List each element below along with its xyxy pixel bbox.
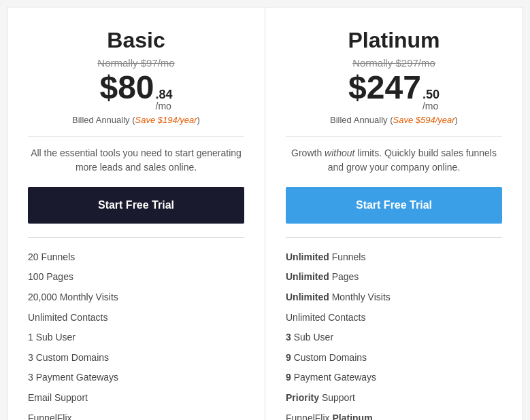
basic-normal-price: Normally $97/mo — [28, 57, 244, 69]
list-item: Unlimited Monthly Visits — [286, 287, 502, 308]
list-item: 20,000 Monthly Visits — [28, 287, 244, 308]
list-item: Unlimited Contacts — [286, 308, 502, 328]
list-item: 9 Payment Gateways — [286, 368, 502, 388]
platinum-trial-button[interactable]: Start Free Trial — [286, 187, 502, 224]
basic-description: All the essential tools you need to star… — [28, 146, 244, 175]
platinum-normal-price: Normally $297/mo — [286, 57, 502, 69]
basic-features-list: 20 Funnels 100 Pages 20,000 Monthly Visi… — [28, 247, 244, 420]
basic-plan-card: Basic Normally $97/mo $80 .84 /mo Billed… — [7, 7, 265, 420]
list-item: 9 Custom Domains — [286, 348, 502, 368]
list-item: Priority Support — [286, 388, 502, 408]
list-item: Unlimited Funnels — [286, 247, 502, 268]
platinum-price-cents: .50 — [423, 88, 440, 101]
platinum-price-row: $247 .50 /mo — [286, 71, 502, 112]
basic-price-detail: .84 /mo — [156, 88, 173, 112]
list-item: Unlimited Pages — [286, 267, 502, 287]
platinum-features-list: Unlimited Funnels Unlimited Pages Unlimi… — [286, 247, 502, 420]
basic-price-mo: /mo — [156, 101, 171, 112]
platinum-price-detail: .50 /mo — [423, 88, 440, 112]
list-item: FunnelFlix Platinum — [286, 408, 502, 420]
list-item: 3 Custom Domains — [28, 348, 244, 368]
platinum-divider-1 — [286, 136, 502, 137]
list-item: FunnelFlix — [28, 408, 244, 420]
basic-billed-annually: Billed Annually (Save $194/year) — [28, 115, 244, 125]
list-item: Email Support — [28, 388, 244, 408]
basic-plan-name: Basic — [28, 28, 244, 53]
basic-trial-button[interactable]: Start Free Trial — [28, 187, 244, 224]
basic-divider-2 — [28, 237, 244, 238]
list-item: Unlimited Contacts — [28, 308, 244, 328]
basic-price-whole: $80 — [99, 71, 154, 104]
basic-save-text: Save $194/year — [135, 115, 197, 125]
platinum-price-whole: $247 — [348, 71, 421, 104]
basic-price-cents: .84 — [156, 88, 173, 101]
platinum-billed-annually: Billed Annually (Save $594/year) — [286, 115, 502, 125]
platinum-price-mo: /mo — [423, 101, 438, 112]
basic-divider-1 — [28, 136, 244, 137]
platinum-description: Growth without limits. Quickly build sal… — [286, 146, 502, 175]
list-item: 20 Funnels — [28, 247, 244, 268]
list-item: 3 Sub User — [286, 328, 502, 348]
list-item: 100 Pages — [28, 267, 244, 287]
platinum-save-text: Save $594/year — [393, 115, 455, 125]
platinum-plan-card: Platinum Normally $297/mo $247 .50 /mo B… — [265, 7, 523, 420]
platinum-divider-2 — [286, 237, 502, 238]
list-item: 3 Payment Gateways — [28, 368, 244, 388]
platinum-plan-name: Platinum — [286, 28, 502, 53]
list-item: 1 Sub User — [28, 328, 244, 348]
plans-container: Basic Normally $97/mo $80 .84 /mo Billed… — [7, 7, 523, 420]
basic-price-row: $80 .84 /mo — [28, 71, 244, 112]
